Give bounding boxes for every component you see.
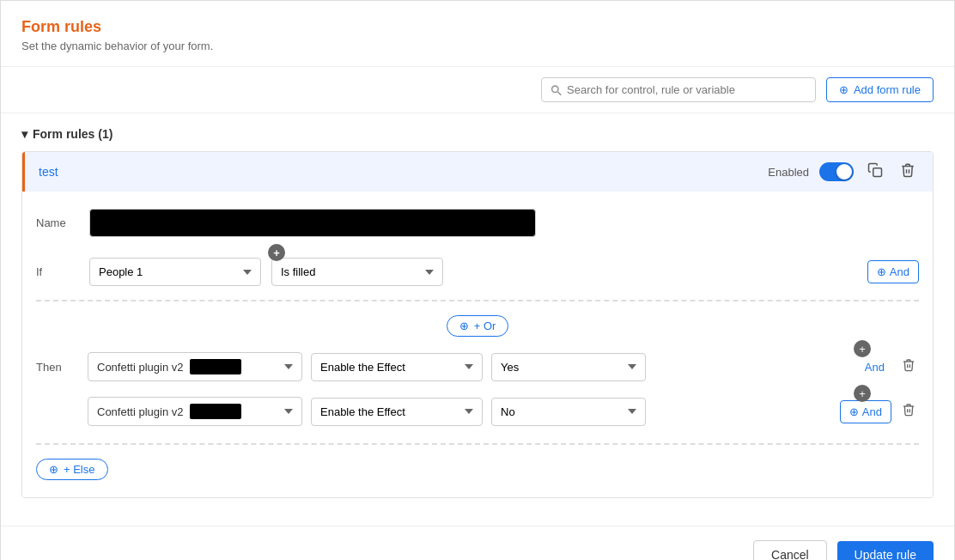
- plus-icon-or: ⊕: [459, 320, 469, 332]
- if-label: If: [36, 265, 79, 278]
- rule-header: test Enabled: [22, 152, 933, 192]
- enabled-label: Enabled: [768, 166, 809, 179]
- plus-icon-else: ⊕: [49, 463, 58, 476]
- divider-2: [36, 443, 919, 445]
- copy-icon: [867, 162, 883, 178]
- svg-rect-2: [873, 168, 882, 177]
- plus-circle-icon: ⊕: [839, 83, 849, 96]
- then-row-1: + Then Confetti plugin v2 Enable the Eff…: [36, 344, 919, 381]
- trash-icon: [900, 162, 915, 178]
- then-value-select-2[interactable]: No Yes: [491, 398, 646, 426]
- then-section: + Then Confetti plugin v2 Enable the Eff…: [36, 344, 919, 426]
- footer: Cancel Update rule: [1, 526, 954, 560]
- rule-card: test Enabled: [21, 151, 934, 498]
- svg-point-0: [552, 86, 558, 92]
- then-and-plain-1[interactable]: And: [858, 356, 891, 378]
- and-label: And: [890, 265, 909, 278]
- then-plus-badge-2[interactable]: +: [854, 385, 871, 402]
- then-row-2: + Confetti plugin v2 Enable the Effect N…: [36, 388, 919, 426]
- plugin-black-rect-2: [190, 404, 241, 419]
- trash-icon-2: [902, 403, 915, 417]
- rule-body: Name + If People 1 People 2 People 3: [22, 192, 933, 497]
- if-and-button[interactable]: ⊕ And: [867, 260, 919, 283]
- svg-line-1: [558, 92, 562, 95]
- plus-icon-and-2: ⊕: [849, 405, 859, 418]
- section-title[interactable]: ▾ Form rules (1): [21, 127, 934, 141]
- search-input[interactable]: [567, 83, 806, 96]
- else-button[interactable]: ⊕ + Else: [36, 459, 108, 480]
- or-button[interactable]: ⊕ + Or: [447, 315, 509, 337]
- plugin-black-rect-1: [190, 359, 241, 374]
- page-subtitle: Set the dynamic behavior of your form.: [21, 40, 934, 52]
- or-label: + Or: [472, 320, 496, 332]
- then-plus-badge-1[interactable]: +: [854, 340, 871, 357]
- then-delete-1[interactable]: [898, 355, 919, 379]
- name-label: Name: [36, 216, 79, 229]
- then-plugin-select-2[interactable]: Confetti plugin v2: [88, 397, 302, 426]
- name-input[interactable]: [89, 209, 536, 237]
- then-value-select-1[interactable]: Yes No: [491, 353, 646, 381]
- cancel-button[interactable]: Cancel: [753, 540, 827, 560]
- add-form-rule-button[interactable]: ⊕ Add form rule: [826, 77, 934, 102]
- then-effect-select-1[interactable]: Enable the Effect: [311, 353, 483, 381]
- if-operator-select[interactable]: Is filled Is not filled Equals Contains: [271, 258, 443, 286]
- if-field-select[interactable]: People 1 People 2 People 3: [89, 258, 261, 286]
- name-row: Name: [36, 209, 919, 237]
- then-label: Then: [36, 361, 79, 374]
- divider-1: [36, 300, 919, 301]
- trash-icon-1: [902, 358, 915, 372]
- then-delete-2[interactable]: [898, 399, 919, 423]
- search-box[interactable]: [541, 77, 816, 102]
- toggle-knob: [836, 164, 852, 180]
- toggle-switch[interactable]: [819, 162, 854, 181]
- if-plus-badge[interactable]: +: [268, 244, 285, 261]
- plugin-label-2: Confetti plugin v2: [97, 405, 183, 418]
- else-label: + Else: [62, 463, 95, 476]
- and-label-2: And: [862, 405, 882, 418]
- delete-rule-button[interactable]: [897, 161, 919, 183]
- then-plugin-select-1[interactable]: Confetti plugin v2: [88, 352, 302, 381]
- then-and-2[interactable]: ⊕ And: [840, 400, 891, 423]
- page-title: Form rules: [21, 18, 934, 36]
- plus-icon: ⊕: [877, 265, 886, 278]
- chevron-icon: ▾: [21, 127, 27, 141]
- rule-name-link[interactable]: test: [39, 165, 58, 179]
- then-effect-select-2[interactable]: Enable the Effect: [311, 398, 483, 426]
- if-row: + If People 1 People 2 People 3 Is fille…: [36, 251, 919, 286]
- copy-button[interactable]: [864, 161, 886, 183]
- add-rule-label: Add form rule: [854, 83, 921, 96]
- search-icon: [550, 84, 562, 96]
- or-btn-container: ⊕ + Or: [36, 315, 919, 337]
- plugin-label-1: Confetti plugin v2: [97, 361, 183, 374]
- update-rule-button[interactable]: Update rule: [837, 541, 934, 560]
